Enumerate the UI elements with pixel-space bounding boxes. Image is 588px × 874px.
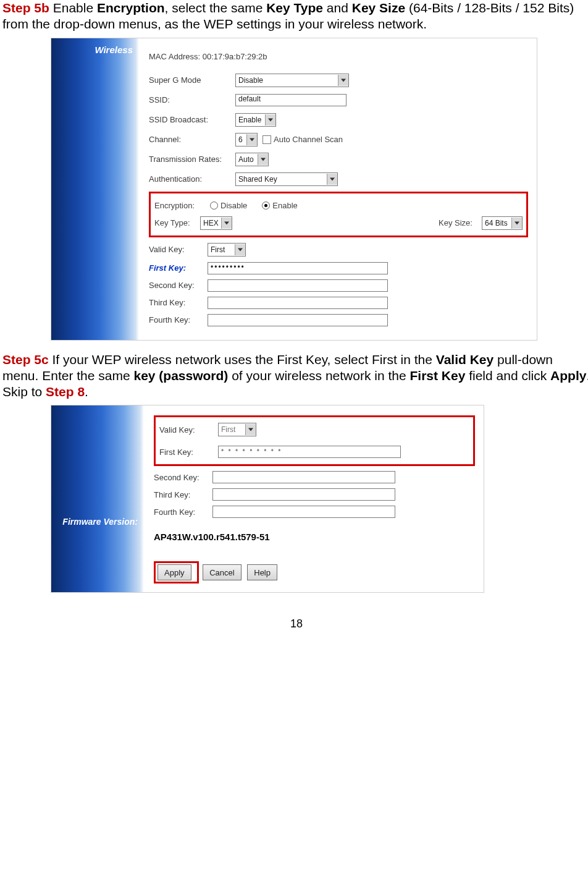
keysize-select[interactable]: 64 Bits [482,216,523,230]
keytype-select[interactable]: HEX [200,216,232,230]
validkey-label: Valid Key: [149,245,208,254]
apply-button[interactable]: Apply [158,564,191,580]
step5b-paragraph: Step 5b Enable Encryption, select the sa… [2,0,588,33]
svg-marker-8 [248,428,253,431]
step5c-paragraph: Step 5c If your WEP wireless network use… [2,352,588,401]
svg-marker-0 [341,78,346,82]
figure-1-wireless-settings: Wireless MAC Address: 00:17:9a:b7:29:2b … [51,38,537,341]
firstkey-label: First Key: [149,263,208,273]
auth-select[interactable]: Shared Key [235,172,338,186]
figure-2-key-apply: Firmware Version: Valid Key: First First… [51,405,484,593]
fig2-thirdkey-input[interactable] [212,488,395,501]
svg-marker-4 [330,177,335,180]
cancel-button[interactable]: Cancel [203,564,241,580]
page-number: 18 [2,617,588,630]
fig2-sidebar-title: Firmware Version: [57,412,138,527]
fig2-fourthkey-input[interactable] [212,506,395,518]
fig1-sidebar-title: Wireless [57,45,133,55]
fig2-sidebar: Firmware Version: [51,405,144,592]
svg-marker-6 [514,221,519,224]
chevron-down-icon [246,134,257,145]
fig2-fourthkey-label: Fourth Key: [154,507,212,517]
fig2-firstkey-input[interactable]: • • • • • • • • • [218,446,401,458]
chevron-down-icon [235,244,245,255]
step5b-label: Step 5b [2,1,49,15]
firstkey-input[interactable]: ••••••••• [208,262,388,274]
encryption-label: Encryption: [154,201,210,210]
channel-select[interactable]: 6 [235,133,258,146]
superg-label: Super G Mode [149,75,235,85]
svg-marker-5 [224,221,229,224]
fig2-validkey-label: Valid Key: [159,425,218,435]
step5c-label: Step 5c [2,352,49,367]
ssid-label: SSID: [149,95,235,104]
firmware-version-value: AP431W.v100.r541.t579-51 [154,532,270,542]
svg-marker-7 [238,248,243,251]
fig2-validkey-select[interactable]: First [218,423,256,436]
keytype-label: Key Type: [154,218,200,227]
chevron-down-icon [338,75,348,86]
auth-label: Authentication: [149,174,235,184]
thirdkey-label: Third Key: [149,298,208,307]
svg-marker-1 [268,118,273,121]
txrate-select[interactable]: Auto [235,153,269,166]
validkey-highlight-box: Valid Key: First First Key: • • • • • • … [154,415,475,466]
mac-address-row: MAC Address: 00:17:9a:b7:29:2b [149,49,528,64]
autochannel-checkbox[interactable] [262,135,271,144]
superg-select[interactable]: Disable [235,74,349,87]
channel-label: Channel: [149,135,235,144]
chevron-down-icon [511,218,522,229]
apply-highlight-box: Apply [154,561,199,583]
secondkey-label: Second Key: [149,281,208,290]
fig2-thirdkey-label: Third Key: [154,490,212,499]
validkey-select[interactable]: First [208,243,246,257]
fig2-firstkey-label: First Key: [159,448,218,457]
svg-marker-2 [250,138,254,141]
txrate-label: Transmission Rates: [149,155,235,164]
encryption-enable-radio[interactable] [262,202,270,210]
ssid-input[interactable]: default [235,94,346,106]
chevron-down-icon [221,218,232,229]
keysize-label: Key Size: [439,218,482,227]
encryption-highlight-box: Encryption: Disable Enable Key Type: HEX [149,192,528,237]
fourthkey-label: Fourth Key: [149,315,208,325]
help-button[interactable]: Help [247,564,277,580]
chevron-down-icon [245,424,256,435]
fig2-secondkey-input[interactable] [212,471,395,483]
thirdkey-input[interactable] [208,297,388,309]
chevron-down-icon [327,174,337,185]
chevron-down-icon [258,154,268,165]
ssidbroadcast-select[interactable]: Enable [235,113,276,127]
secondkey-input[interactable] [208,279,388,292]
autochannel-label: Auto Channel Scan [274,135,343,144]
fig2-secondkey-label: Second Key: [154,473,212,482]
ssidbroadcast-label: SSID Broadcast: [149,115,235,124]
fourthkey-input[interactable] [208,314,388,326]
mac-address-text: MAC Address: 00:17:9a:b7:29:2b [149,52,267,61]
chevron-down-icon [265,114,275,125]
encryption-disable-radio[interactable] [210,202,218,210]
svg-marker-3 [261,158,266,161]
fig1-sidebar: Wireless [51,38,139,340]
